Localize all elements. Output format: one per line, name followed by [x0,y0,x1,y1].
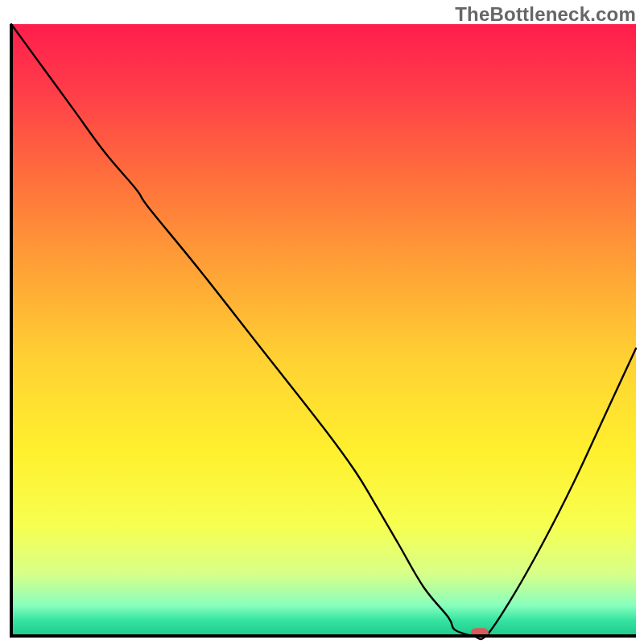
plot-svg [0,0,644,644]
watermark-label: TheBottleneck.com [455,3,636,26]
bottleneck-chart: TheBottleneck.com [0,0,644,644]
